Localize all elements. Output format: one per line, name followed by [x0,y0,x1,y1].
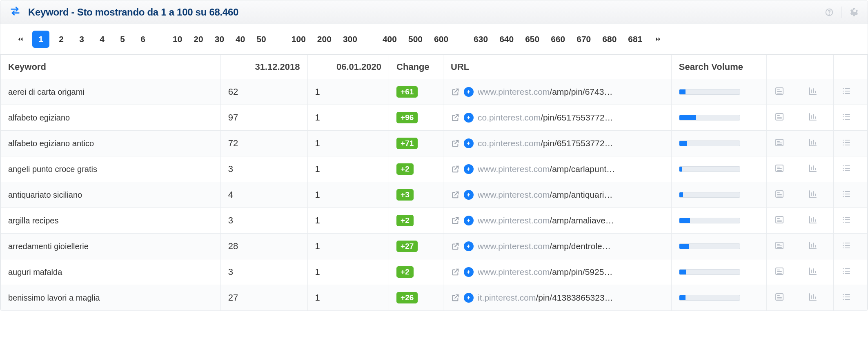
chart-icon[interactable] [808,189,818,199]
page-680[interactable]: 680 [598,31,621,48]
detail-icon[interactable] [774,189,785,199]
chart-icon[interactable] [808,137,818,148]
cell-action-list[interactable] [834,79,868,105]
url-link[interactable]: www.pinterest.com/amp/antiquari… [478,190,612,200]
list-icon[interactable] [841,189,852,199]
cell-action-detail[interactable] [766,131,800,156]
cell-action-detail[interactable] [766,182,800,208]
external-link-icon[interactable] [451,190,460,199]
cell-action-detail[interactable] [766,79,800,105]
page-5[interactable]: 5 [114,31,131,48]
cell-action-detail[interactable] [766,234,800,259]
cell-action-detail[interactable] [766,156,800,182]
col-date1-header[interactable]: 31.12.2018 [220,55,307,79]
url-link[interactable]: co.pinterest.com/pin/6517553772… [478,138,613,148]
list-icon[interactable] [841,240,852,251]
page-3[interactable]: 3 [73,31,90,48]
page-650[interactable]: 650 [521,31,543,48]
url-link[interactable]: co.pinterest.com/pin/6517553772… [478,113,613,123]
external-link-icon[interactable] [451,165,460,174]
cell-action-list[interactable] [834,208,868,234]
detail-icon[interactable] [774,86,785,96]
detail-icon[interactable] [774,137,785,148]
col-date2-header[interactable]: 06.01.2020 [307,55,389,79]
cell-action-detail[interactable] [766,259,800,285]
page-2[interactable]: 2 [53,31,70,48]
cell-action-chart[interactable] [800,234,834,259]
cell-action-detail[interactable] [766,208,800,234]
help-icon[interactable] [824,7,835,18]
url-link[interactable]: www.pinterest.com/amp/pin/5925… [478,267,612,277]
cell-action-chart[interactable] [800,105,834,131]
col-keyword-header[interactable]: Keyword [1,55,221,79]
swap-icon[interactable] [9,5,21,19]
page-400[interactable]: 400 [378,31,401,48]
external-link-icon[interactable] [451,293,460,302]
gear-icon[interactable] [848,7,859,18]
col-url-header[interactable]: URL [443,55,672,79]
url-link[interactable]: www.pinterest.com/amp/dentrole… [478,241,611,251]
list-icon[interactable] [841,112,852,122]
page-1[interactable]: 1 [32,31,49,48]
page-660[interactable]: 660 [547,31,569,48]
cell-action-chart[interactable] [800,259,834,285]
cell-action-list[interactable] [834,259,868,285]
cell-action-detail[interactable] [766,105,800,131]
cell-action-chart[interactable] [800,208,834,234]
url-link[interactable]: it.pinterest.com/pin/41383865323… [478,293,613,303]
cell-keyword[interactable]: arredamenti gioiellerie [1,234,221,259]
external-link-icon[interactable] [451,139,460,148]
page-30[interactable]: 30 [211,31,228,48]
chart-icon[interactable] [808,214,818,225]
page-first-icon[interactable] [12,31,29,48]
cell-action-list[interactable] [834,156,868,182]
page-600[interactable]: 600 [430,31,452,48]
external-link-icon[interactable] [451,113,460,122]
list-icon[interactable] [841,137,852,148]
cell-keyword[interactable]: antiquariato siciliano [1,182,221,208]
cell-action-chart[interactable] [800,156,834,182]
cell-keyword[interactable]: auguri mafalda [1,259,221,285]
cell-action-list[interactable] [834,285,868,311]
page-100[interactable]: 100 [287,31,310,48]
list-icon[interactable] [841,163,852,174]
external-link-icon[interactable] [451,216,460,225]
cell-action-detail[interactable] [766,285,800,311]
page-6[interactable]: 6 [134,31,151,48]
url-link[interactable]: www.pinterest.com/amp/pin/6743… [478,87,612,97]
detail-icon[interactable] [774,266,785,277]
page-200[interactable]: 200 [313,31,336,48]
page-500[interactable]: 500 [404,31,427,48]
chart-icon[interactable] [808,163,818,174]
cell-action-list[interactable] [834,105,868,131]
col-volume-header[interactable]: Search Volume [671,55,766,79]
chart-icon[interactable] [808,86,818,96]
page-4[interactable]: 4 [93,31,111,48]
list-icon[interactable] [841,86,852,96]
cell-keyword[interactable]: aerei di carta origami [1,79,221,105]
list-icon[interactable] [841,214,852,225]
chart-icon[interactable] [808,292,818,302]
cell-keyword[interactable]: argilla recipes [1,208,221,234]
chart-icon[interactable] [808,266,818,277]
cell-action-chart[interactable] [800,285,834,311]
list-icon[interactable] [841,292,852,302]
col-change-header[interactable]: Change [389,55,443,79]
cell-action-list[interactable] [834,182,868,208]
detail-icon[interactable] [774,112,785,122]
page-last-icon[interactable] [650,31,667,48]
page-630[interactable]: 630 [470,31,492,48]
cell-action-chart[interactable] [800,131,834,156]
page-300[interactable]: 300 [339,31,361,48]
page-10[interactable]: 10 [169,31,186,48]
cell-action-chart[interactable] [800,182,834,208]
external-link-icon[interactable] [451,87,460,96]
page-40[interactable]: 40 [231,31,249,48]
detail-icon[interactable] [774,214,785,225]
cell-keyword[interactable]: angeli punto croce gratis [1,156,221,182]
external-link-icon[interactable] [451,268,460,277]
cell-action-list[interactable] [834,131,868,156]
cell-keyword[interactable]: alfabeto egiziano [1,105,221,131]
cell-action-chart[interactable] [800,79,834,105]
page-640[interactable]: 640 [495,31,518,48]
